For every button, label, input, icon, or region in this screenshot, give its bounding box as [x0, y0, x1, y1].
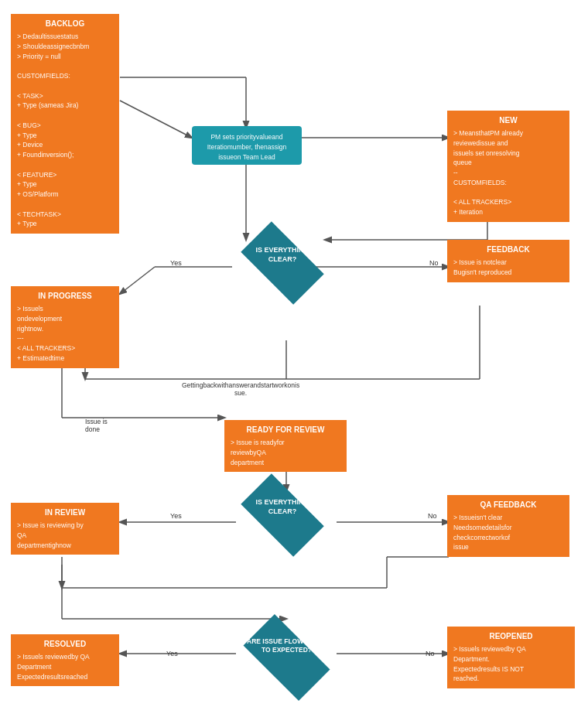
- diamond2-text: IS EVERYTHINGCLEAR?: [232, 498, 333, 516]
- reopened-content: > Issuels reviewedby QA Department. Expe…: [453, 644, 569, 684]
- feedback-box: FEEDBACK > Issue is notclear Bugisn't re…: [447, 240, 569, 282]
- getting-back-label: Gettingbackwithanswerandstartworkonissue…: [182, 381, 299, 397]
- diamond3-text: ARE ISSUE FLOWQUALSTO EXPECTED?: [231, 637, 343, 654]
- diagram-container: BACKLOG > Dedaultissuestatus > Shouldeas…: [0, 0, 588, 724]
- resolved-title: RESOLVED: [17, 639, 113, 650]
- no3-label: No: [426, 650, 435, 657]
- in-progress-title: IN PROGRESS: [17, 291, 113, 302]
- resolved-content: > Issuels reviewedby QA Department Expec…: [17, 652, 113, 681]
- in-review-box: IN REVIEW > Issue is reviewing by QA dep…: [11, 503, 119, 555]
- pm-sets-text: PM sets priorityvalueand Iteratiomumber,…: [207, 133, 287, 161]
- in-review-title: IN REVIEW: [17, 507, 113, 518]
- diamond3-shape: [243, 614, 330, 701]
- diamond1-text: IS EVERYTHINGCLEAR?: [232, 246, 333, 264]
- rfr-content: > Issue is readyfor reviewbyQA departmen…: [231, 438, 340, 467]
- reopened-title: REOPENED: [453, 631, 569, 642]
- svg-line-0: [120, 101, 192, 138]
- issue-done-label: Issue isdone: [85, 418, 108, 433]
- feedback-title: FEEDBACK: [453, 244, 563, 255]
- qa-feedback-content: > Issueisn't clear Needsomedetailsfor ch…: [453, 513, 563, 552]
- yes1-label: Yes: [170, 259, 182, 267]
- qa-feedback-box: QA FEEDBACK > Issueisn't clear Needsomed…: [447, 495, 569, 557]
- reopened-box: REOPENED > Issuels reviewedby QA Departm…: [447, 627, 575, 688]
- svg-line-6: [120, 267, 155, 294]
- resolved-box: RESOLVED > Issuels reviewedby QA Departm…: [11, 634, 119, 686]
- pm-sets-box: PM sets priorityvalueand Iteratiomumber,…: [192, 126, 302, 165]
- new-title: NEW: [453, 115, 563, 126]
- rfr-title: READY FOR REVIEW: [231, 425, 340, 435]
- diamond1-wrapper: IS EVERYTHINGCLEAR?: [232, 232, 333, 294]
- new-content: > MeansthatPM already reviewedissue and …: [453, 128, 563, 217]
- backlog-content: > Dedaultissuestatus > Shouldeassignecbn…: [17, 32, 113, 229]
- in-progress-content: > Issuels ondevelopment rightnow. --- < …: [17, 304, 113, 364]
- backlog-title: BACKLOG: [17, 19, 113, 29]
- feedback-content: > Issue is notclear Bugisn't reproduced: [453, 258, 563, 278]
- diamond3-wrapper: ARE ISSUE FLOWQUALSTO EXPECTED?: [231, 623, 343, 692]
- no1-label: No: [429, 259, 439, 267]
- new-box: NEW > MeansthatPM already reviewedissue …: [447, 111, 569, 222]
- diamond2-wrapper: IS EVERYTHINGCLEAR?: [232, 484, 333, 546]
- ready-for-review-box: READY FOR REVIEW > Issue is readyfor rev…: [224, 420, 347, 472]
- backlog-box: BACKLOG > Dedaultissuestatus > Shouldeas…: [11, 14, 119, 234]
- yes2-label: Yes: [170, 512, 182, 520]
- in-review-content: > Issue is reviewing by QA departmentigh…: [17, 521, 113, 550]
- no2-label: No: [428, 512, 437, 520]
- yes3-label: Yes: [166, 650, 178, 657]
- in-progress-box: IN PROGRESS > Issuels ondevelopment righ…: [11, 286, 119, 368]
- qa-feedback-title: QA FEEDBACK: [453, 500, 563, 511]
